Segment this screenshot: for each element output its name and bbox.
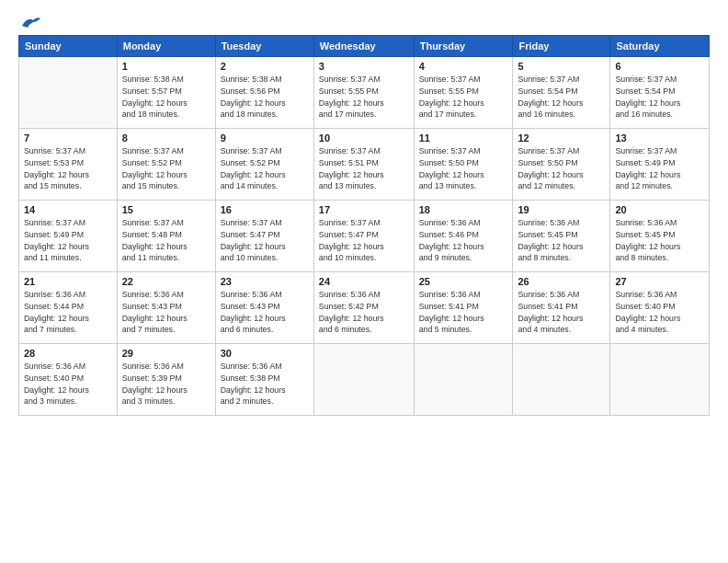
calendar-cell: 22Sunrise: 5:36 AM Sunset: 5:43 PM Dayli… (117, 272, 215, 344)
day-info: Sunrise: 5:36 AM Sunset: 5:45 PM Dayligh… (615, 217, 704, 264)
day-number: 26 (518, 276, 605, 287)
calendar-cell: 11Sunrise: 5:37 AM Sunset: 5:50 PM Dayli… (414, 129, 513, 201)
calendar-cell: 19Sunrise: 5:36 AM Sunset: 5:45 PM Dayli… (513, 201, 610, 272)
day-number: 5 (518, 61, 605, 72)
day-number: 19 (518, 204, 605, 215)
calendar-week-row: 21Sunrise: 5:36 AM Sunset: 5:44 PM Dayli… (19, 272, 710, 344)
day-number: 2 (221, 61, 309, 72)
calendar-week-row: 1Sunrise: 5:38 AM Sunset: 5:57 PM Daylig… (19, 57, 710, 129)
day-number: 28 (24, 348, 112, 359)
day-info: Sunrise: 5:37 AM Sunset: 5:54 PM Dayligh… (518, 74, 605, 121)
day-number: 23 (221, 276, 309, 287)
calendar-cell (414, 344, 513, 416)
calendar-week-row: 14Sunrise: 5:37 AM Sunset: 5:49 PM Dayli… (19, 201, 710, 272)
calendar-cell: 2Sunrise: 5:38 AM Sunset: 5:56 PM Daylig… (215, 57, 313, 129)
col-header-thursday: Thursday (414, 36, 513, 57)
calendar-cell: 28Sunrise: 5:36 AM Sunset: 5:40 PM Dayli… (19, 344, 118, 416)
day-number: 25 (419, 276, 508, 287)
day-number: 24 (319, 276, 409, 287)
calendar-cell: 18Sunrise: 5:36 AM Sunset: 5:46 PM Dayli… (414, 201, 513, 272)
day-number: 16 (221, 204, 309, 215)
calendar-cell: 23Sunrise: 5:36 AM Sunset: 5:43 PM Dayli… (215, 272, 313, 344)
day-number: 8 (122, 132, 210, 144)
day-info: Sunrise: 5:37 AM Sunset: 5:50 PM Dayligh… (419, 145, 508, 192)
calendar-cell: 8Sunrise: 5:37 AM Sunset: 5:52 PM Daylig… (117, 129, 215, 201)
day-number: 13 (615, 132, 704, 144)
calendar-cell: 7Sunrise: 5:37 AM Sunset: 5:53 PM Daylig… (19, 129, 118, 201)
day-info: Sunrise: 5:36 AM Sunset: 5:43 PM Dayligh… (221, 289, 309, 336)
calendar-cell: 3Sunrise: 5:37 AM Sunset: 5:55 PM Daylig… (313, 57, 414, 129)
col-header-monday: Monday (117, 36, 215, 57)
day-info: Sunrise: 5:36 AM Sunset: 5:41 PM Dayligh… (518, 289, 605, 336)
day-number: 17 (319, 204, 409, 215)
day-number: 22 (122, 276, 210, 287)
calendar-cell: 24Sunrise: 5:36 AM Sunset: 5:42 PM Dayli… (313, 272, 414, 344)
calendar-cell (610, 344, 710, 416)
calendar-cell: 27Sunrise: 5:36 AM Sunset: 5:40 PM Dayli… (610, 272, 710, 344)
calendar-cell: 9Sunrise: 5:37 AM Sunset: 5:52 PM Daylig… (215, 129, 313, 201)
day-info: Sunrise: 5:37 AM Sunset: 5:47 PM Dayligh… (221, 217, 309, 264)
calendar-header-row: SundayMondayTuesdayWednesdayThursdayFrid… (19, 36, 710, 57)
calendar-cell: 30Sunrise: 5:36 AM Sunset: 5:38 PM Dayli… (215, 344, 313, 416)
day-info: Sunrise: 5:36 AM Sunset: 5:38 PM Dayligh… (221, 361, 309, 408)
day-number: 11 (419, 132, 508, 144)
day-info: Sunrise: 5:36 AM Sunset: 5:40 PM Dayligh… (24, 361, 112, 408)
col-header-sunday: Sunday (19, 36, 118, 57)
day-number: 7 (24, 132, 112, 144)
col-header-friday: Friday (513, 36, 610, 57)
calendar-cell: 15Sunrise: 5:37 AM Sunset: 5:48 PM Dayli… (117, 201, 215, 272)
day-number: 6 (615, 61, 704, 72)
day-info: Sunrise: 5:36 AM Sunset: 5:39 PM Dayligh… (122, 361, 210, 408)
calendar-cell (513, 344, 610, 416)
calendar-cell: 6Sunrise: 5:37 AM Sunset: 5:54 PM Daylig… (610, 57, 710, 129)
day-info: Sunrise: 5:37 AM Sunset: 5:49 PM Dayligh… (24, 217, 112, 264)
calendar-cell (19, 57, 118, 129)
day-info: Sunrise: 5:36 AM Sunset: 5:40 PM Dayligh… (615, 289, 704, 336)
calendar-cell: 25Sunrise: 5:36 AM Sunset: 5:41 PM Dayli… (414, 272, 513, 344)
day-info: Sunrise: 5:37 AM Sunset: 5:52 PM Dayligh… (122, 145, 210, 192)
page-header (18, 15, 710, 26)
calendar-cell: 5Sunrise: 5:37 AM Sunset: 5:54 PM Daylig… (513, 57, 610, 129)
day-number: 12 (518, 132, 605, 144)
calendar-week-row: 28Sunrise: 5:36 AM Sunset: 5:40 PM Dayli… (19, 344, 710, 416)
calendar-table: SundayMondayTuesdayWednesdayThursdayFrid… (18, 35, 710, 416)
calendar-cell: 12Sunrise: 5:37 AM Sunset: 5:50 PM Dayli… (513, 129, 610, 201)
day-info: Sunrise: 5:37 AM Sunset: 5:50 PM Dayligh… (518, 145, 605, 192)
day-info: Sunrise: 5:37 AM Sunset: 5:55 PM Dayligh… (419, 74, 508, 121)
logo (18, 15, 40, 26)
day-number: 20 (615, 204, 704, 215)
logo-bird-icon (20, 15, 40, 29)
calendar-cell: 10Sunrise: 5:37 AM Sunset: 5:51 PM Dayli… (313, 129, 414, 201)
day-number: 4 (419, 61, 508, 72)
day-number: 30 (221, 348, 309, 359)
day-info: Sunrise: 5:38 AM Sunset: 5:57 PM Dayligh… (122, 74, 210, 121)
calendar-cell: 4Sunrise: 5:37 AM Sunset: 5:55 PM Daylig… (414, 57, 513, 129)
day-info: Sunrise: 5:37 AM Sunset: 5:52 PM Dayligh… (221, 145, 309, 192)
day-number: 10 (319, 132, 409, 144)
day-number: 21 (24, 276, 112, 287)
day-number: 18 (419, 204, 508, 215)
day-info: Sunrise: 5:37 AM Sunset: 5:49 PM Dayligh… (615, 145, 704, 192)
calendar-cell (313, 344, 414, 416)
day-info: Sunrise: 5:37 AM Sunset: 5:54 PM Dayligh… (615, 74, 704, 121)
day-info: Sunrise: 5:37 AM Sunset: 5:51 PM Dayligh… (319, 145, 409, 192)
day-number: 9 (221, 132, 309, 144)
col-header-saturday: Saturday (610, 36, 710, 57)
day-info: Sunrise: 5:38 AM Sunset: 5:56 PM Dayligh… (221, 74, 309, 121)
calendar-week-row: 7Sunrise: 5:37 AM Sunset: 5:53 PM Daylig… (19, 129, 710, 201)
day-info: Sunrise: 5:37 AM Sunset: 5:47 PM Dayligh… (319, 217, 409, 264)
calendar-cell: 14Sunrise: 5:37 AM Sunset: 5:49 PM Dayli… (19, 201, 118, 272)
day-number: 3 (319, 61, 409, 72)
calendar-cell: 29Sunrise: 5:36 AM Sunset: 5:39 PM Dayli… (117, 344, 215, 416)
day-info: Sunrise: 5:36 AM Sunset: 5:44 PM Dayligh… (24, 289, 112, 336)
day-number: 29 (122, 348, 210, 359)
col-header-wednesday: Wednesday (313, 36, 414, 57)
calendar-cell: 16Sunrise: 5:37 AM Sunset: 5:47 PM Dayli… (215, 201, 313, 272)
day-info: Sunrise: 5:37 AM Sunset: 5:55 PM Dayligh… (319, 74, 409, 121)
day-info: Sunrise: 5:36 AM Sunset: 5:45 PM Dayligh… (518, 217, 605, 264)
day-info: Sunrise: 5:36 AM Sunset: 5:43 PM Dayligh… (122, 289, 210, 336)
day-info: Sunrise: 5:37 AM Sunset: 5:53 PM Dayligh… (24, 145, 112, 192)
day-number: 14 (24, 204, 112, 215)
day-info: Sunrise: 5:36 AM Sunset: 5:41 PM Dayligh… (419, 289, 508, 336)
day-number: 15 (122, 204, 210, 215)
